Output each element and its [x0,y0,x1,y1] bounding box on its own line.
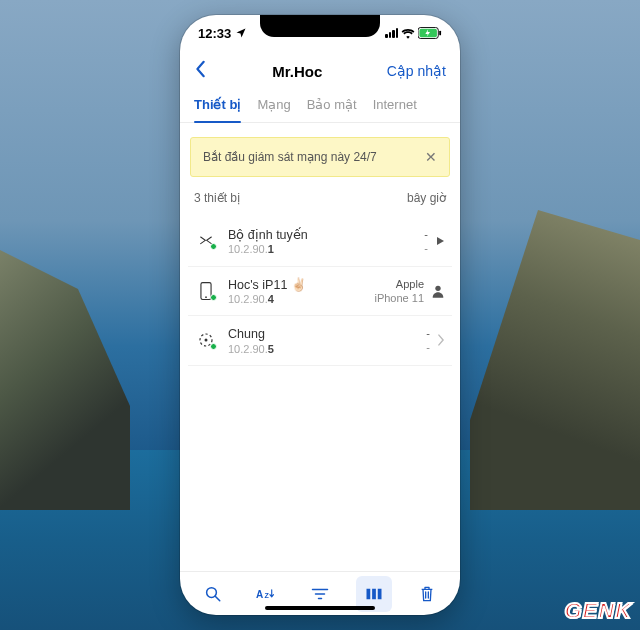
device-count: 3 thiết bị [194,191,240,205]
banner-close-button[interactable]: ✕ [425,150,437,164]
svg-rect-17 [377,588,381,599]
columns-icon [365,587,383,601]
svg-rect-2 [439,31,441,36]
status-time: 12:33 [198,26,231,41]
device-ip: 10.2.90.4 [228,293,374,305]
device-name: Chung [228,326,426,342]
device-meta: - - [426,326,436,355]
update-button[interactable]: Cập nhật [387,63,446,79]
filter-icon [311,587,329,601]
device-row[interactable]: Chung 10.2.90.5 - - [188,316,452,366]
svg-text:Z: Z [265,591,270,599]
svg-point-5 [435,286,440,291]
phone-frame: 12:33 Mr.Hoc Cập nhật Thiết bị Mạng Bảo … [180,15,460,615]
nav-header: Mr.Hoc Cập nhật [180,51,460,91]
svg-point-4 [205,296,207,298]
summary-time: bây giờ [407,191,446,205]
play-icon[interactable] [434,235,446,247]
home-indicator[interactable] [265,606,375,610]
wifi-icon [401,28,415,39]
sort-az-icon: AZ [256,586,276,602]
device-row[interactable]: Bộ định tuyến 10.2.90.1 - - [188,217,452,267]
generic-device-icon [194,331,218,349]
device-row[interactable]: Hoc's iP11 ✌🏻 10.2.90.4 Apple iPhone 11 [188,267,452,317]
monitoring-banner[interactable]: Bắt đầu giám sát mạng này 24/7 ✕ [190,137,450,177]
summary-row: 3 thiết bị bây giờ [180,189,460,215]
phone-icon [194,282,218,300]
search-icon [204,585,222,603]
svg-rect-16 [372,588,376,599]
battery-icon [418,27,442,39]
trash-icon [419,585,435,603]
svg-rect-15 [366,588,370,599]
page-title: Mr.Hoc [272,63,322,80]
tab-internet[interactable]: Internet [373,97,417,122]
device-name: Bộ định tuyến [228,227,424,243]
banner-text: Bắt đầu giám sát mạng này 24/7 [203,150,377,164]
tab-devices[interactable]: Thiết bị [194,97,241,122]
device-list: Bộ định tuyến 10.2.90.1 - - Hoc's iP11 ✌… [180,215,460,366]
svg-point-7 [205,339,208,342]
router-icon [194,233,218,249]
svg-text:A: A [256,588,263,599]
tab-bar: Thiết bị Mạng Bảo mật Internet [180,91,460,123]
device-name: Hoc's iP11 ✌🏻 [228,277,374,293]
svg-line-9 [215,596,220,601]
device-meta: Apple iPhone 11 [374,277,430,306]
device-ip: 10.2.90.1 [228,243,424,255]
tab-security[interactable]: Bảo mật [307,97,357,122]
cellular-icon [385,28,398,38]
search-button[interactable] [195,576,231,612]
notch [260,15,380,37]
device-meta: - - [424,227,434,256]
back-button[interactable] [194,60,208,82]
watermark: GENK [564,598,632,624]
device-ip: 10.2.90.5 [228,343,426,355]
chevron-right-icon[interactable] [436,333,446,347]
tab-network[interactable]: Mạng [257,97,290,122]
delete-button[interactable] [409,576,445,612]
location-icon [235,27,247,39]
user-icon[interactable] [430,283,446,299]
